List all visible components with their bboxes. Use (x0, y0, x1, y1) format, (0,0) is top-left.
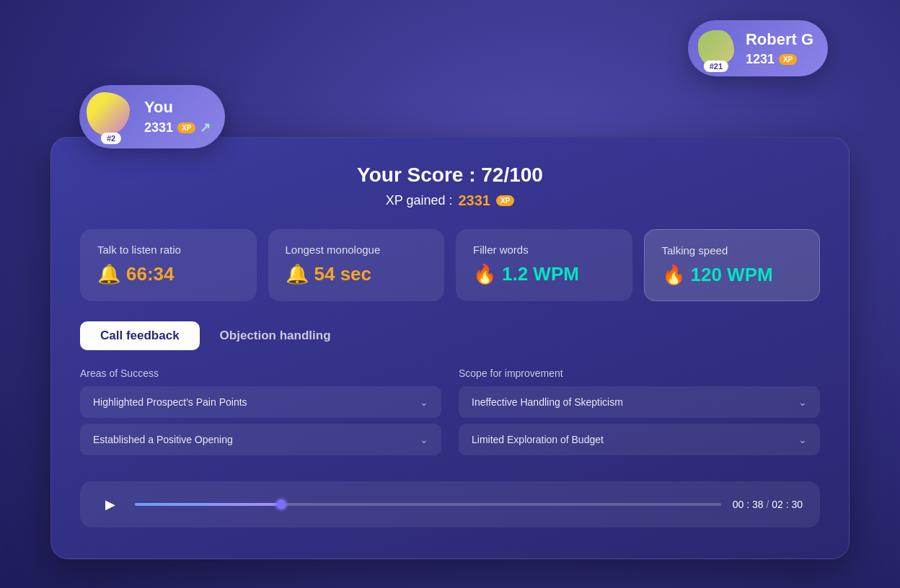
stats-row: Talk to listen ratio 🔔 66:34 Longest mon… (80, 229, 820, 301)
progress-bar[interactable] (135, 503, 721, 506)
stat-label-0: Talk to listen ratio (97, 244, 239, 256)
tab-objection-handling[interactable]: Objection handling (200, 321, 351, 350)
you-player-name: You (144, 98, 211, 117)
robert-avatar-wrap: #21 (695, 27, 737, 69)
stat-icon-0: 🔔 (97, 263, 120, 285)
you-rank-badge: #2 (101, 133, 121, 144)
success-item-0-text: Highlighted Prospect's Pain Points (93, 396, 247, 408)
chevron-down-icon-0: ⌄ (420, 396, 428, 408)
stat-icon-2: 🔥 (473, 263, 496, 285)
success-column: Areas of Success Highlighted Prospect's … (80, 368, 441, 461)
xp-gained-value: 2331 (458, 192, 490, 209)
you-trend-icon: ↗ (200, 120, 211, 135)
stat-num-0: 66:34 (126, 263, 175, 285)
stat-value-2: 🔥 1.2 WPM (473, 263, 615, 285)
improvement-column: Scope for improvement Ineffective Handli… (459, 368, 820, 461)
success-item-0[interactable]: Highlighted Prospect's Pain Points ⌄ (80, 386, 441, 418)
stat-value-1: 🔔 54 sec (286, 263, 428, 285)
you-player-card: #2 You 2331 XP ↗ (79, 85, 225, 148)
stat-label-1: Longest monologue (286, 244, 428, 256)
score-title: Your Score : 72/100 (80, 164, 820, 187)
stat-num-1: 54 sec (314, 263, 372, 285)
robert-xp-badge: XP (779, 54, 797, 65)
progress-fill (135, 503, 281, 506)
improvement-item-1-text: Limited Exploration of Budget (472, 434, 604, 445)
robert-rank-badge: #21 (704, 61, 728, 72)
you-xp-value: 2331 (144, 120, 173, 135)
stat-value-0: 🔔 66:34 (97, 263, 239, 285)
stat-label-3: Talking speed (662, 244, 803, 257)
improvement-col-label: Scope for improvement (459, 368, 820, 379)
feedback-grid: Areas of Success Highlighted Prospect's … (80, 368, 820, 461)
chevron-down-icon-3: ⌄ (798, 434, 807, 445)
xp-gained-label: XP gained : (386, 193, 453, 208)
time-separator: / (766, 499, 772, 510)
chevron-down-icon-1: ⌄ (420, 434, 428, 445)
stat-card-filler: Filler words 🔥 1.2 WPM (456, 229, 632, 301)
you-avatar-wrap: #2 (87, 92, 136, 141)
stat-label-2: Filler words (473, 244, 615, 256)
you-player-info: You 2331 XP ↗ (144, 98, 211, 135)
score-section: Your Score : 72/100 XP gained : 2331 XP (80, 164, 820, 209)
stat-icon-1: 🔔 (286, 263, 309, 285)
robert-player-name: Robert G (746, 30, 813, 49)
progress-dot (276, 499, 286, 509)
play-button[interactable]: ▶ (97, 491, 123, 517)
stat-value-3: 🔥 120 WPM (662, 264, 803, 286)
improvement-item-0[interactable]: Ineffective Handling of Skepticism ⌄ (459, 386, 820, 418)
stat-num-3: 120 WPM (691, 264, 773, 286)
success-item-1-text: Established a Positive Opening (93, 434, 233, 445)
current-time: 00 : 38 (733, 499, 764, 510)
stat-num-2: 1.2 WPM (502, 263, 579, 285)
xp-gained-row: XP gained : 2331 XP (80, 192, 820, 209)
you-player-xp: 2331 XP ↗ (144, 120, 211, 135)
stat-card-monologue: Longest monologue 🔔 54 sec (268, 229, 445, 301)
main-panel: Your Score : 72/100 XP gained : 2331 XP … (50, 137, 850, 559)
you-xp-badge: XP (177, 122, 195, 133)
improvement-item-0-text: Ineffective Handling of Skepticism (472, 396, 623, 408)
audio-player: ▶ 00 : 38 / 02 : 30 (80, 481, 820, 527)
you-avatar (87, 92, 130, 135)
improvement-item-1[interactable]: Limited Exploration of Budget ⌄ (459, 424, 820, 455)
chevron-down-icon-2: ⌄ (798, 396, 807, 408)
robert-player-card: #21 Robert G 1231 XP (688, 20, 828, 76)
robert-player-xp: 1231 XP (746, 52, 813, 67)
stat-card-talk-ratio: Talk to listen ratio 🔔 66:34 (80, 229, 257, 301)
tabs-row: Call feedback Objection handling (80, 321, 820, 350)
tab-call-feedback[interactable]: Call feedback (80, 321, 200, 350)
stat-card-speed: Talking speed 🔥 120 WPM (644, 229, 821, 301)
success-col-label: Areas of Success (80, 368, 441, 379)
total-time: 02 : 30 (772, 499, 803, 510)
robert-xp-value: 1231 (746, 52, 775, 67)
stat-icon-3: 🔥 (662, 264, 685, 286)
success-item-1[interactable]: Established a Positive Opening ⌄ (80, 424, 441, 455)
time-display: 00 : 38 / 02 : 30 (733, 499, 803, 510)
robert-player-info: Robert G 1231 XP (746, 30, 813, 67)
xp-gained-badge: XP (496, 195, 514, 206)
